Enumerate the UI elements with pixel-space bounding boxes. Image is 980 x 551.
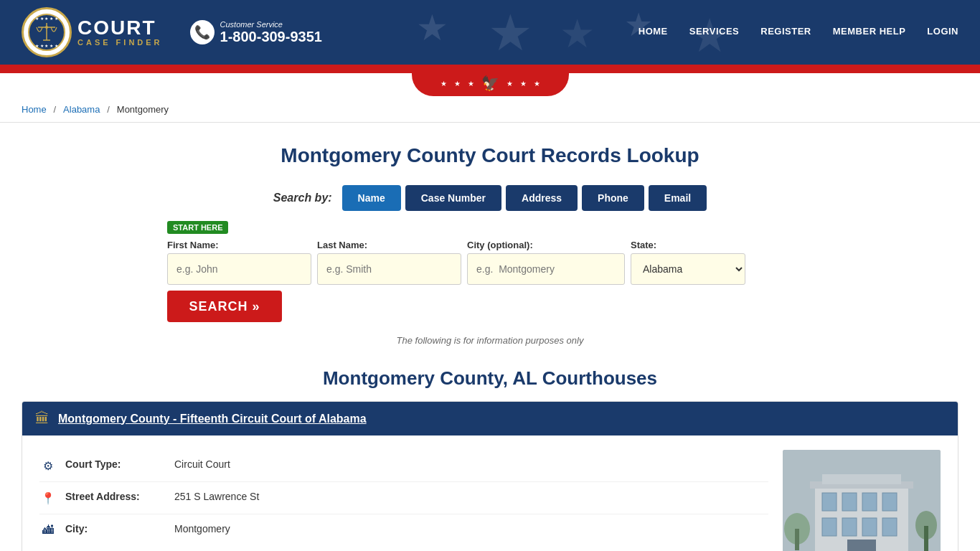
state-select[interactable]: Alabama Alaska Arizona bbox=[631, 253, 745, 285]
svg-text:★ ★ ★ ★ ★: ★ ★ ★ ★ ★ bbox=[35, 44, 58, 48]
svg-rect-19 bbox=[862, 518, 877, 536]
city-input[interactable] bbox=[467, 253, 625, 285]
logo-finder-label: CASE FINDER bbox=[77, 38, 163, 47]
courthouse-icon: 🏛 bbox=[35, 410, 50, 427]
breadcrumb-montgomery: Montgomery bbox=[117, 104, 169, 115]
main-nav: HOME SERVICES REGISTER MEMBER HELP LOGIN bbox=[639, 26, 958, 39]
city-icon: 🏙 bbox=[39, 524, 57, 537]
court-type-value: Circuit Court bbox=[174, 458, 230, 470]
tab-address[interactable]: Address bbox=[506, 185, 578, 211]
tab-email[interactable]: Email bbox=[649, 185, 707, 211]
svg-rect-20 bbox=[882, 518, 897, 536]
svg-rect-24 bbox=[822, 474, 901, 484]
detail-address: 📍 Street Address: 251 S Lawrence St bbox=[39, 482, 768, 514]
courthouse-details: ⚙ Court Type: Circuit Court 📍 Street Add… bbox=[39, 450, 768, 551]
detail-city: 🏙 City: Montgomery bbox=[39, 514, 768, 545]
breadcrumb-home[interactable]: Home bbox=[22, 104, 47, 115]
search-button[interactable]: SEARCH » bbox=[167, 291, 282, 322]
nav-services[interactable]: SERVICES bbox=[689, 26, 740, 39]
logo[interactable]: ★ ★ ★ ★ ★ ★ ★ ★ ★ ★ COURT CASE FINDER bbox=[22, 7, 163, 57]
page-title: Montgomery County Court Records Lookup bbox=[22, 144, 958, 167]
star-left-1: ★ bbox=[440, 80, 447, 88]
tab-phone[interactable]: Phone bbox=[582, 185, 644, 211]
svg-rect-11 bbox=[924, 526, 928, 551]
address-value: 251 S Lawrence St bbox=[174, 491, 259, 502]
search-section: Search by: Name Case Number Address Phon… bbox=[22, 185, 958, 346]
svg-rect-14 bbox=[842, 493, 857, 511]
state-group: State: Alabama Alaska Arizona bbox=[631, 240, 745, 285]
search-form-container: START HERE First Name: Last Name: City (… bbox=[167, 221, 813, 322]
svg-rect-18 bbox=[842, 518, 857, 536]
tab-case-number[interactable]: Case Number bbox=[405, 185, 501, 211]
nav-register[interactable]: REGISTER bbox=[760, 26, 811, 39]
start-here-badge: START HERE bbox=[167, 221, 228, 234]
logo-badge: ★ ★ ★ ★ ★ ★ ★ ★ ★ ★ bbox=[22, 7, 72, 57]
star-left-2: ★ bbox=[454, 80, 461, 88]
phone-number: 1-800-309-9351 bbox=[220, 29, 322, 45]
last-name-label: Last Name: bbox=[317, 240, 461, 250]
breadcrumb: Home / Alabama / Montgomery bbox=[0, 96, 980, 123]
phone-area: 📞 Customer Service 1-800-309-9351 bbox=[190, 20, 322, 45]
info-note: The following is for information purpose… bbox=[22, 335, 958, 346]
breadcrumb-sep-1: / bbox=[54, 104, 57, 115]
tab-name[interactable]: Name bbox=[342, 185, 401, 211]
city-group: City (optional): bbox=[467, 240, 625, 285]
search-by-label: Search by: bbox=[273, 192, 332, 204]
phone-text: Customer Service 1-800-309-9351 bbox=[220, 20, 322, 45]
nav-home[interactable]: HOME bbox=[639, 26, 668, 39]
courthouse-header: 🏛 Montgomery County - Fifteenth Circuit … bbox=[22, 402, 958, 435]
red-stripe bbox=[0, 65, 980, 73]
courthouses-title: Montgomery County, AL Courthouses bbox=[22, 367, 958, 390]
star-right-3: ★ bbox=[534, 80, 540, 88]
star-right-1: ★ bbox=[507, 80, 513, 88]
courthouse-name-link[interactable]: Montgomery County - Fifteenth Circuit Co… bbox=[58, 413, 367, 425]
eagle-icon: 🦅 bbox=[481, 75, 499, 92]
eagle-banner-area: ★ ★ ★ 🦅 ★ ★ ★ bbox=[0, 73, 980, 96]
last-name-input[interactable] bbox=[317, 253, 461, 285]
state-label: State: bbox=[631, 240, 745, 250]
main-content: Montgomery County Court Records Lookup S… bbox=[0, 123, 980, 551]
svg-rect-9 bbox=[795, 529, 799, 550]
nav-member-help[interactable]: MEMBER HELP bbox=[833, 26, 906, 39]
svg-rect-17 bbox=[822, 518, 837, 536]
detail-court-type: ⚙ Court Type: Circuit Court bbox=[39, 450, 768, 482]
courthouse-card: 🏛 Montgomery County - Fifteenth Circuit … bbox=[22, 401, 958, 551]
first-name-group: First Name: bbox=[167, 240, 311, 285]
customer-service-label: Customer Service bbox=[220, 20, 322, 29]
last-name-group: Last Name: bbox=[317, 240, 461, 285]
breadcrumb-alabama[interactable]: Alabama bbox=[63, 104, 100, 115]
first-name-input[interactable] bbox=[167, 253, 311, 285]
search-form: First Name: Last Name: City (optional): … bbox=[167, 240, 813, 322]
svg-point-4 bbox=[45, 26, 48, 29]
court-type-label: Court Type: bbox=[65, 458, 166, 470]
header-left: ★ ★ ★ ★ ★ ★ ★ ★ ★ ★ COURT CASE FINDER bbox=[22, 7, 322, 57]
svg-rect-16 bbox=[882, 493, 897, 511]
svg-rect-22 bbox=[847, 540, 876, 551]
svg-rect-15 bbox=[862, 493, 877, 511]
star-left-3: ★ bbox=[468, 80, 474, 88]
address-label: Street Address: bbox=[65, 491, 166, 502]
court-type-icon: ⚙ bbox=[39, 459, 57, 473]
star-right-2: ★ bbox=[520, 80, 527, 88]
phone-icon: 📞 bbox=[190, 20, 215, 44]
search-tabs-row: Search by: Name Case Number Address Phon… bbox=[22, 185, 958, 211]
first-name-label: First Name: bbox=[167, 240, 311, 250]
courthouse-image bbox=[783, 450, 941, 551]
eagle-banner: ★ ★ ★ 🦅 ★ ★ ★ bbox=[412, 72, 569, 96]
address-icon: 📍 bbox=[39, 491, 57, 505]
city-detail-label: City: bbox=[65, 523, 166, 534]
city-detail-value: Montgomery bbox=[174, 523, 230, 534]
site-header: ★ ★ ★ ★ ★ ★ ★ ★ ★ ★ COURT CASE FINDER bbox=[0, 0, 980, 65]
breadcrumb-sep-2: / bbox=[107, 104, 110, 115]
city-label: City (optional): bbox=[467, 240, 625, 250]
logo-court-label: COURT bbox=[77, 18, 163, 38]
courthouse-body: ⚙ Court Type: Circuit Court 📍 Street Add… bbox=[22, 435, 958, 551]
nav-login[interactable]: LOGIN bbox=[927, 26, 958, 39]
logo-text: COURT CASE FINDER bbox=[77, 18, 163, 47]
svg-text:★ ★ ★ ★ ★: ★ ★ ★ ★ ★ bbox=[35, 17, 58, 21]
svg-rect-13 bbox=[822, 493, 837, 511]
